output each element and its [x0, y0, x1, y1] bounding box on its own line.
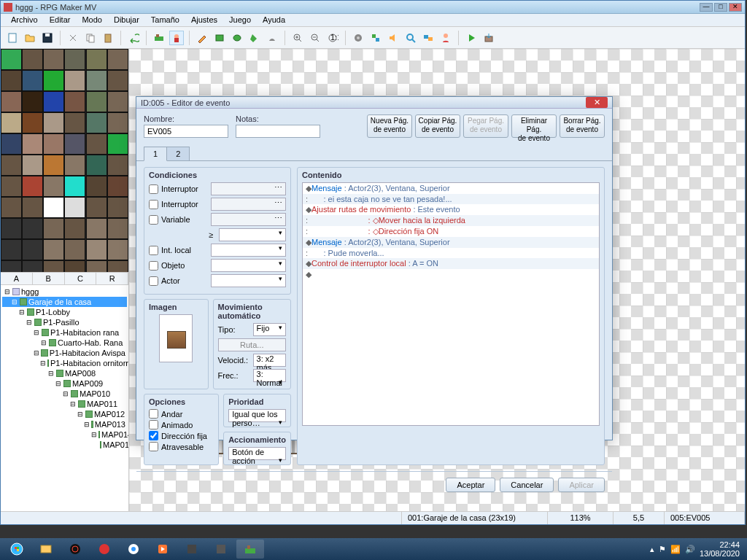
apply-button[interactable]: Aplicar	[558, 478, 605, 492]
tile[interactable]	[22, 49, 43, 70]
tile[interactable]	[43, 176, 64, 197]
tile[interactable]	[64, 91, 85, 112]
sound-icon[interactable]	[386, 31, 400, 45]
tile[interactable]	[107, 112, 128, 133]
tab-2[interactable]: 2	[166, 147, 190, 161]
tile[interactable]	[86, 91, 107, 112]
tile[interactable]	[107, 218, 128, 239]
ok-button[interactable]: Aceptar	[446, 478, 495, 492]
tile[interactable]	[43, 260, 64, 272]
start-button[interactable]	[3, 540, 31, 559]
paste-icon[interactable]	[101, 31, 115, 45]
layer-tab-B[interactable]: B	[33, 273, 65, 284]
tile[interactable]	[64, 176, 85, 197]
tile[interactable]	[86, 239, 107, 260]
undo-icon[interactable]	[126, 31, 141, 45]
page-action-button[interactable]: Borrar Pág.de evento	[560, 114, 605, 138]
tile[interactable]	[64, 133, 85, 155]
cond-checkbox[interactable]	[149, 184, 158, 194]
tile[interactable]	[86, 176, 107, 197]
page-action-button[interactable]: Eliminar Pág.de evento	[511, 114, 557, 138]
tree-item[interactable]: ⊟MAP012	[2, 409, 127, 419]
cond-value-dropdown[interactable]	[219, 228, 286, 241]
app-taskicon-3[interactable]	[207, 540, 235, 559]
explorer-taskicon[interactable]	[32, 540, 60, 559]
cond-checkbox[interactable]	[149, 200, 158, 209]
tile[interactable]	[64, 70, 85, 91]
event-name-input[interactable]	[144, 125, 228, 138]
close-button[interactable]: ✕	[729, 3, 742, 12]
command-line[interactable]: ◆Control de interruptor local : A = ON	[303, 258, 599, 269]
tile[interactable]	[86, 112, 107, 133]
cond-checkbox[interactable]	[149, 246, 158, 255]
tree-item[interactable]: ⊟MAP010	[2, 389, 127, 399]
event-image[interactable]	[159, 314, 193, 362]
menu-tamaño[interactable]: Tamaño	[145, 14, 185, 26]
cond-dropdown[interactable]	[211, 244, 286, 257]
content-list[interactable]: ◆Mensaje : Actor2(3), Ventana, Superior:…	[302, 182, 600, 426]
tile[interactable]	[86, 155, 107, 176]
command-line[interactable]: ◆Mensaje : Actor2(3), Ventana, Superior	[303, 237, 599, 248]
tree-item[interactable]: ⊟hggg	[2, 287, 127, 297]
route-button[interactable]: Ruta...	[218, 338, 286, 351]
tile[interactable]	[107, 70, 128, 91]
tree-item[interactable]: ⊟P1-Habitacion ornitorrinco	[2, 358, 127, 368]
cond-dropdown[interactable]	[211, 259, 286, 272]
menu-editar[interactable]: Editar	[44, 14, 77, 26]
tile[interactable]	[86, 197, 107, 218]
tile[interactable]	[1, 197, 22, 218]
pencil-icon[interactable]	[195, 31, 209, 45]
tree-item[interactable]: ⊟MAP013	[2, 419, 127, 429]
save-icon[interactable]	[40, 31, 55, 45]
tile[interactable]	[86, 133, 107, 155]
tray-flag-icon[interactable]: ⚑	[659, 545, 666, 554]
tile[interactable]	[86, 260, 107, 272]
system-tray[interactable]: ▴ ⚑ 📶 🔊 22:44 13/08/2020	[650, 540, 744, 558]
database-icon[interactable]	[351, 31, 365, 45]
tile[interactable]	[43, 155, 64, 176]
page-action-button[interactable]: Pegar Pág.de evento	[463, 114, 508, 138]
menu-ajustes[interactable]: Ajustes	[185, 14, 223, 26]
tray-up-icon[interactable]: ▴	[650, 545, 654, 554]
tile[interactable]	[1, 112, 22, 133]
zoom-actual-icon[interactable]: 1:1	[325, 31, 340, 45]
tree-item[interactable]: MAP015	[2, 440, 127, 450]
tile[interactable]	[64, 49, 85, 70]
chargen-icon[interactable]	[438, 31, 453, 45]
cancel-button[interactable]: Cancelar	[500, 478, 554, 492]
tile[interactable]	[43, 239, 64, 260]
maximize-button[interactable]: □	[714, 3, 727, 12]
tile[interactable]	[86, 70, 107, 91]
atravesable-checkbox[interactable]	[149, 442, 158, 451]
tile[interactable]	[64, 218, 85, 239]
andar-checkbox[interactable]	[149, 409, 158, 419]
tile[interactable]	[22, 112, 43, 133]
tile[interactable]	[1, 91, 22, 112]
tray-clock[interactable]: 22:44 13/08/2020	[700, 540, 744, 558]
tree-item[interactable]: ⊟P1-Habitacion Avispa	[2, 348, 127, 358]
tree-item[interactable]: ⊟MAP008	[2, 368, 127, 378]
command-line[interactable]: : : Pude moverla...	[303, 248, 599, 258]
tree-item[interactable]: ⊟Garaje de la casa	[2, 297, 127, 307]
layer-tab-C[interactable]: C	[65, 273, 97, 284]
freq-select[interactable]: 3: Normal	[253, 369, 286, 382]
tile[interactable]	[107, 91, 128, 112]
tile[interactable]	[1, 155, 22, 176]
tree-item[interactable]: ⊟MAP009	[2, 378, 127, 389]
tile[interactable]	[22, 239, 43, 260]
page-action-button[interactable]: Copiar Pág.de evento	[415, 114, 460, 138]
tile[interactable]	[1, 176, 22, 197]
app-taskicon-2[interactable]	[178, 540, 206, 559]
plugin-icon[interactable]	[368, 31, 383, 45]
tile[interactable]	[43, 133, 64, 155]
tile[interactable]	[1, 239, 22, 260]
tile[interactable]	[22, 155, 43, 176]
menu-ayuda[interactable]: Ayuda	[257, 14, 291, 26]
cond-checkbox[interactable]	[149, 276, 158, 286]
tile[interactable]	[1, 49, 22, 70]
tile[interactable]	[1, 260, 22, 272]
cond-dropdown[interactable]	[211, 274, 286, 287]
tab-1[interactable]: 1	[144, 147, 167, 161]
command-line[interactable]: ◆	[303, 269, 599, 280]
taskbar[interactable]: ▴ ⚑ 📶 🔊 22:44 13/08/2020	[0, 538, 747, 560]
